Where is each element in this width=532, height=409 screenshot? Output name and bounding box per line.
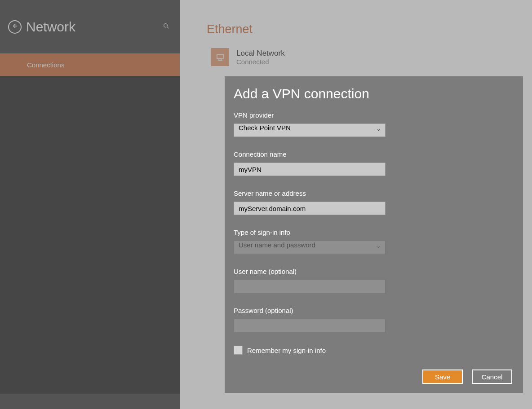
dialog-buttons: Save Cancel xyxy=(422,369,512,384)
add-vpn-dialog: Add a VPN connection VPN provider Check … xyxy=(225,76,523,393)
save-label: Save xyxy=(435,373,450,381)
sidebar-item-connections[interactable]: Connections xyxy=(0,53,180,76)
sidebar-item-label: Connections xyxy=(27,61,64,69)
username-input[interactable] xyxy=(234,280,386,293)
label-vpn-provider: VPN provider xyxy=(234,111,514,119)
group-server: Server name or address xyxy=(234,189,514,215)
vpn-provider-select[interactable]: Check Point VPN xyxy=(234,123,386,137)
signin-type-value: User name and password xyxy=(239,241,315,249)
server-address-input[interactable] xyxy=(234,202,386,215)
remember-label: Remember my sign-in info xyxy=(247,347,326,354)
group-connection-name: Connection name xyxy=(234,150,514,176)
svg-point-0 xyxy=(164,23,168,27)
label-signin-type: Type of sign-in info xyxy=(234,229,514,236)
back-arrow-icon xyxy=(11,22,18,31)
signin-type-select[interactable]: User name and password xyxy=(234,241,386,254)
remember-checkbox[interactable] xyxy=(234,346,243,355)
vpn-provider-select-wrap: Check Point VPN xyxy=(234,123,386,137)
group-username: User name (optional) xyxy=(234,268,514,293)
back-button[interactable] xyxy=(8,20,22,34)
network-text: Local Network Connected xyxy=(236,49,285,66)
save-button[interactable]: Save xyxy=(422,369,463,384)
network-item[interactable]: Local Network Connected xyxy=(207,48,532,66)
cancel-button[interactable]: Cancel xyxy=(472,369,512,384)
search-icon xyxy=(163,23,170,31)
label-connection-name: Connection name xyxy=(234,150,514,158)
group-signin-type: Type of sign-in info User name and passw… xyxy=(234,229,514,254)
label-password: Password (optional) xyxy=(234,307,514,314)
cancel-label: Cancel xyxy=(482,373,503,381)
sidebar-empty xyxy=(0,76,180,409)
svg-rect-1 xyxy=(217,54,223,59)
group-vpn-provider: VPN provider Check Point VPN xyxy=(234,111,514,137)
main-title: Ethernet xyxy=(207,22,532,36)
ethernet-icon xyxy=(211,48,229,66)
sidebar-header: Network xyxy=(0,0,180,53)
label-username: User name (optional) xyxy=(234,268,514,275)
signin-type-select-wrap: User name and password xyxy=(234,241,386,254)
vpn-provider-value: Check Point VPN xyxy=(239,124,291,132)
footer-bar xyxy=(0,394,180,409)
remember-row: Remember my sign-in info xyxy=(234,346,514,355)
connection-name-input[interactable] xyxy=(234,163,386,176)
password-input[interactable] xyxy=(234,319,386,332)
group-password: Password (optional) xyxy=(234,307,514,332)
network-name: Local Network xyxy=(236,49,285,58)
label-server: Server name or address xyxy=(234,189,514,197)
sidebar: Network Connections xyxy=(0,0,180,409)
dialog-title: Add a VPN connection xyxy=(234,86,514,101)
search-button[interactable] xyxy=(163,22,170,31)
network-status: Connected xyxy=(236,58,285,66)
sidebar-title: Network xyxy=(26,19,75,35)
